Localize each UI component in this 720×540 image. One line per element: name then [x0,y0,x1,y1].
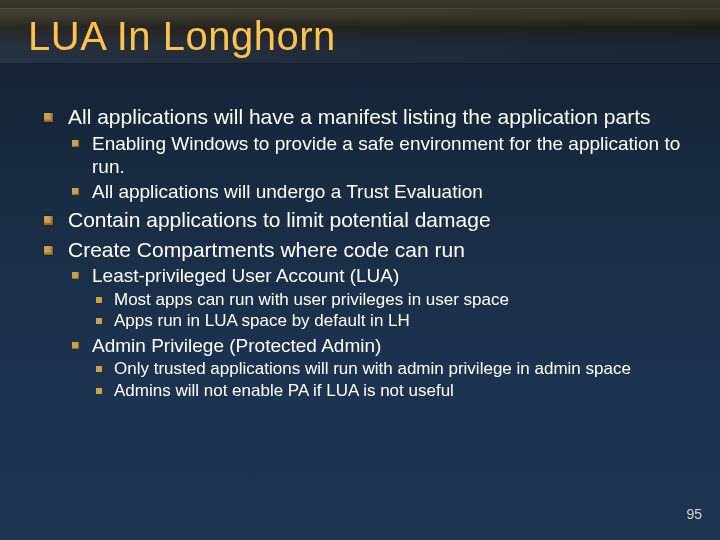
bullet-item: All applications will have a manifest li… [40,104,690,203]
bullet-text: Create Compartments where code can run [68,238,465,261]
bullet-item: Admin Privilege (Protected Admin) Only t… [68,334,690,402]
bullet-list-level1: All applications will have a manifest li… [40,104,690,402]
bullet-text: All applications will have a manifest li… [68,105,650,128]
bullet-text: Admins will not enable PA if LUA is not … [114,381,454,400]
bullet-text: Enabling Windows to provide a safe envir… [92,133,680,177]
slide-body: All applications will have a manifest li… [40,104,690,406]
bullet-text: Only trusted applications will run with … [114,359,631,378]
bullet-item: Least-privileged User Account (LUA) Most… [68,264,690,332]
bullet-text: All applications will undergo a Trust Ev… [92,181,483,202]
bullet-list-level3: Most apps can run with user privileges i… [92,290,690,332]
bullet-list-level2: Least-privileged User Account (LUA) Most… [68,264,690,401]
bullet-item: Admins will not enable PA if LUA is not … [92,381,690,402]
bullet-item: Create Compartments where code can run L… [40,237,690,402]
bullet-item: Contain applications to limit potential … [40,207,690,233]
bullet-item: Most apps can run with user privileges i… [92,290,690,311]
bullet-item: Only trusted applications will run with … [92,359,690,380]
bullet-item: Apps run in LUA space by default in LH [92,311,690,332]
bullet-text: Contain applications to limit potential … [68,208,491,231]
bullet-text: Apps run in LUA space by default in LH [114,311,410,330]
bullet-list-level3: Only trusted applications will run with … [92,359,690,401]
bullet-item: Enabling Windows to provide a safe envir… [68,132,690,178]
page-number: 95 [686,506,702,522]
slide-title: LUA In Longhorn [28,14,336,59]
bullet-item: All applications will undergo a Trust Ev… [68,180,690,203]
bullet-text: Most apps can run with user privileges i… [114,290,509,309]
bullet-text: Admin Privilege (Protected Admin) [92,335,381,356]
bullet-text: Least-privileged User Account (LUA) [92,265,399,286]
bullet-list-level2: Enabling Windows to provide a safe envir… [68,132,690,204]
